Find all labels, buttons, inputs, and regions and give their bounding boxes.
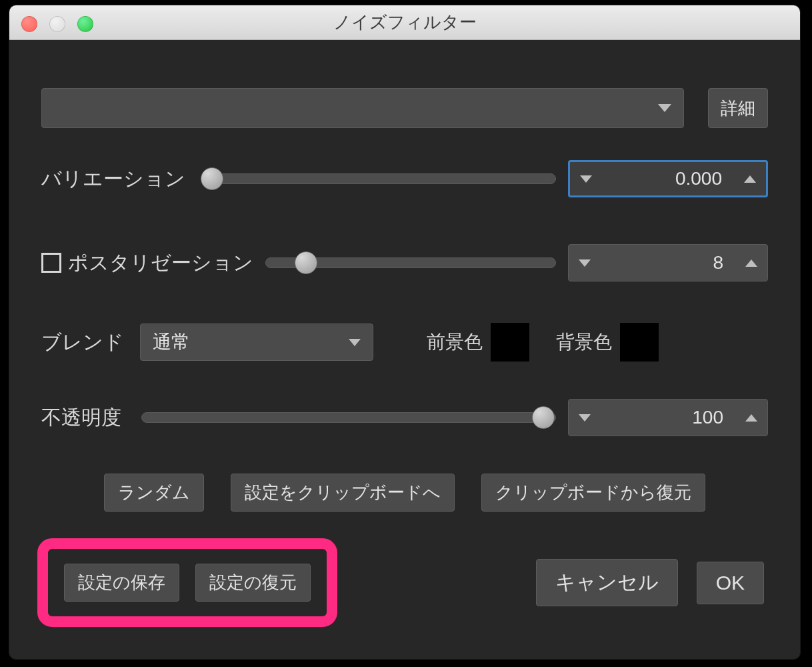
increment-button[interactable] [735,400,767,436]
dialog-window: ノイズフィルター 詳細 バリエーション 0.000 [9,5,800,659]
highlighted-settings-group: 設定の保存 設定の復元 [37,538,337,627]
posterize-row: ポスタリゼーション 8 [41,244,768,281]
opacity-spinner[interactable]: 100 [568,399,768,436]
slider-thumb[interactable] [201,167,223,190]
variation-row: バリエーション 0.000 [41,160,768,197]
chevron-down-icon [579,259,591,267]
blend-selected: 通常 [153,329,349,355]
action-buttons-row: ランダム 設定をクリップボードへ クリップボードから復元 [41,474,768,512]
cancel-button[interactable]: キャンセル [536,559,678,606]
increment-button[interactable] [734,162,766,195]
bg-color-swatch[interactable] [620,323,659,362]
blend-dropdown[interactable]: 通常 [140,323,373,361]
blend-label: ブレンド [41,329,124,356]
chevron-up-icon [744,175,756,183]
posterize-slider[interactable] [265,253,556,272]
ok-button[interactable]: OK [697,562,764,604]
decrement-button[interactable] [569,400,601,436]
close-icon[interactable] [21,16,37,32]
dialog-body: 詳細 バリエーション 0.000 ポスタリゼーション [9,40,800,627]
opacity-label: 不透明度 [41,404,121,432]
slider-track [141,412,556,423]
variation-value[interactable]: 0.000 [602,168,734,189]
window-title: ノイズフィルター [333,11,477,34]
bg-color-label: 背景色 [556,329,612,355]
variation-spinner[interactable]: 0.000 [568,160,768,197]
restore-clip-label: クリップボードから復元 [495,481,691,504]
preset-dropdown[interactable] [41,88,684,128]
chevron-down-icon [349,339,361,346]
cancel-label: キャンセル [555,569,659,596]
minimize-icon [49,16,65,32]
footer-right: キャンセル OK [536,559,768,606]
save-settings-button[interactable]: 設定の保存 [64,564,179,602]
details-button[interactable]: 詳細 [708,88,768,128]
footer-row: 設定の保存 設定の復元 キャンセル OK [41,538,768,627]
random-label: ランダム [118,481,190,504]
slider-track [201,173,556,184]
chevron-down-icon [579,414,591,422]
chevron-down-icon [580,175,592,183]
variation-slider[interactable] [201,169,556,188]
posterize-label: ポスタリゼーション [68,249,253,277]
random-button[interactable]: ランダム [104,474,204,512]
restore-settings-button[interactable]: 設定の復元 [195,564,311,602]
blend-row: ブレンド 通常 前景色 背景色 [41,323,768,362]
chevron-up-icon [745,259,757,267]
slider-thumb[interactable] [295,251,317,274]
opacity-slider[interactable] [141,408,556,427]
chevron-up-icon [745,414,757,422]
details-label: 詳細 [721,97,755,120]
copy-to-clipboard-button[interactable]: 設定をクリップボードへ [231,474,455,512]
posterize-value[interactable]: 8 [601,252,735,273]
traffic-lights [21,16,93,32]
opacity-row: 不透明度 100 [41,399,768,436]
restore-from-clipboard-button[interactable]: クリップボードから復元 [481,474,705,512]
fg-color-label: 前景色 [427,329,483,355]
titlebar: ノイズフィルター [9,5,800,40]
variation-label: バリエーション [41,165,185,193]
zoom-icon[interactable] [77,16,93,32]
decrement-button[interactable] [570,162,602,195]
chevron-down-icon [658,104,671,112]
preset-row: 詳細 [41,88,768,128]
save-settings-label: 設定の保存 [78,571,165,594]
ok-label: OK [716,572,745,594]
increment-button[interactable] [735,245,767,281]
slider-thumb[interactable] [532,406,555,429]
fg-color-swatch[interactable] [491,323,529,362]
posterize-checkbox[interactable] [41,253,61,273]
restore-settings-label: 設定の復元 [209,571,297,594]
decrement-button[interactable] [569,245,601,281]
posterize-spinner[interactable]: 8 [568,244,768,281]
opacity-value[interactable]: 100 [601,407,735,428]
copy-clip-label: 設定をクリップボードへ [245,481,441,504]
